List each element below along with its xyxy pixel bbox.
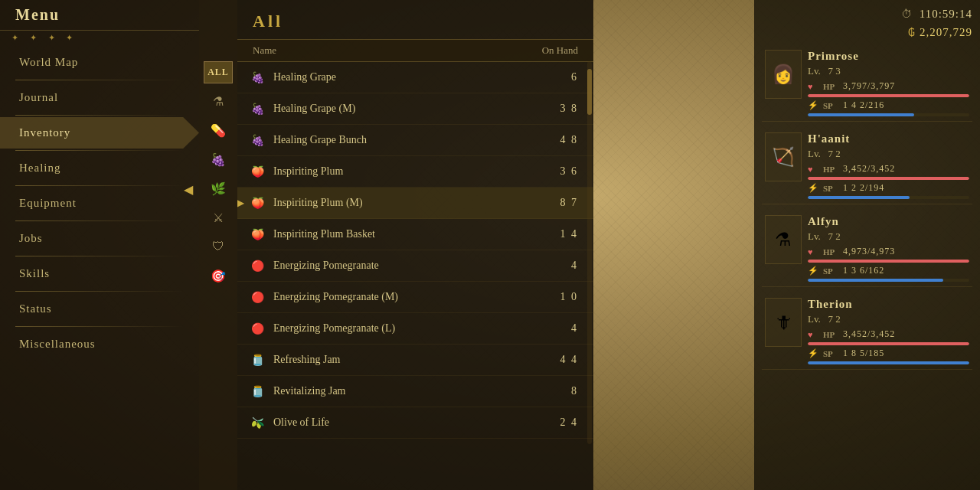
scrollbar[interactable] bbox=[587, 61, 592, 444]
nav-divider-5 bbox=[15, 256, 184, 256]
menu-title: Menu bbox=[0, 0, 199, 31]
hp-label-1: HP bbox=[823, 165, 838, 174]
sp-row-3: ⚡ SP 1 8 5/185 bbox=[808, 348, 969, 359]
hp-bar-container-1 bbox=[808, 177, 969, 180]
char-top-1: 🏹 H'aanit Lv. 7 2 ♥ HP 3,452/3,452 ⚡ SP bbox=[765, 132, 969, 199]
hp-bar-1 bbox=[808, 177, 969, 180]
all-filter-button[interactable]: ALL bbox=[204, 61, 233, 83]
hp-row-3: ♥ HP 3,452/3,452 bbox=[808, 328, 969, 340]
hp-row-0: ♥ HP 3,797/3,797 bbox=[808, 80, 969, 92]
category-icon-3[interactable]: 🌿 bbox=[207, 177, 230, 200]
hp-icon-0: ♥ bbox=[808, 82, 818, 91]
sp-values-2: 1 3 6/162 bbox=[843, 265, 969, 276]
nav-divider-7 bbox=[15, 326, 184, 327]
item-name: Energizing Pomegranate bbox=[273, 260, 547, 272]
item-name: Revitalizing Jam bbox=[273, 385, 547, 397]
item-count: 1 4 bbox=[547, 228, 578, 240]
sidebar-item-healing[interactable]: Healing bbox=[0, 152, 199, 184]
nav-divider-0 bbox=[15, 80, 184, 80]
gold-display: 2,207,729 bbox=[920, 26, 972, 39]
list-header: Name On Hand bbox=[237, 39, 593, 62]
sp-icon-0: ⚡ bbox=[808, 100, 818, 110]
item-name: Olive of Life bbox=[273, 416, 547, 429]
item-icon: 🍑 bbox=[249, 163, 266, 180]
item-count: 4 4 bbox=[547, 354, 578, 366]
item-row[interactable]: 🫙Revitalizing Jam8 bbox=[237, 376, 593, 407]
item-list-panel: All Name On Hand 🍇Healing Grape6🍇Healing… bbox=[237, 0, 593, 490]
sp-values-0: 1 4 2/216 bbox=[843, 100, 969, 111]
sp-bar-container-0 bbox=[808, 113, 969, 116]
sp-bar-3 bbox=[808, 361, 969, 364]
gold-row: ₲ 2,207,729 bbox=[762, 24, 972, 45]
sidebar-item-journal[interactable]: Journal bbox=[0, 82, 199, 113]
item-row[interactable]: 🔴Energizing Pomegranate4 bbox=[237, 250, 593, 282]
hp-icon-1: ♥ bbox=[808, 165, 818, 174]
sidebar-item-world-map[interactable]: World Map bbox=[0, 47, 199, 78]
item-name: Inspiriting Plum bbox=[273, 165, 547, 178]
sidebar-item-misc[interactable]: Miscellaneous bbox=[0, 328, 199, 360]
nav-divider-2 bbox=[15, 150, 184, 151]
timer-icon: ⏱ bbox=[901, 8, 912, 21]
item-count: 4 8 bbox=[547, 134, 578, 146]
sidebar-item-skills[interactable]: Skills bbox=[0, 258, 199, 289]
item-icon: 🔴 bbox=[249, 257, 266, 274]
category-icon-6[interactable]: 🎯 bbox=[207, 264, 230, 287]
sidebar-item-jobs[interactable]: Jobs bbox=[0, 223, 199, 254]
item-row[interactable]: 🍑Inspiriting Plum (M)8 7 bbox=[237, 188, 593, 219]
hp-icon-3: ♥ bbox=[808, 330, 818, 339]
item-icon: 🔴 bbox=[249, 320, 266, 337]
item-row[interactable]: 🫙Refreshing Jam4 4 bbox=[237, 345, 593, 376]
healing-arrow-indicator: ◀ bbox=[184, 182, 193, 197]
item-icon: 🍑 bbox=[249, 194, 266, 211]
sp-label-2: SP bbox=[823, 266, 838, 276]
char-info-2: Alfyn Lv. 7 2 ♥ HP 4,973/4,973 ⚡ SP 1 3 … bbox=[808, 215, 969, 282]
timer-display: 110:59:14 bbox=[920, 8, 972, 21]
sp-bar-2 bbox=[808, 279, 943, 282]
nav-divider-6 bbox=[15, 291, 184, 292]
char-sprite-1: 🏹 bbox=[765, 132, 802, 181]
category-icon-4[interactable]: ⚔ bbox=[207, 206, 230, 229]
char-info-1: H'aanit Lv. 7 2 ♥ HP 3,452/3,452 ⚡ SP 1 … bbox=[808, 132, 969, 199]
hp-bar-container-3 bbox=[808, 342, 969, 345]
hp-row-2: ♥ HP 4,973/4,973 bbox=[808, 246, 969, 257]
char-name-2: Alfyn bbox=[808, 215, 969, 228]
hp-label-2: HP bbox=[823, 247, 838, 256]
item-row[interactable]: 🍑Inspiriting Plum3 6 bbox=[237, 156, 593, 188]
item-icon: 🍇 bbox=[249, 100, 266, 117]
sp-bar-0 bbox=[808, 113, 914, 116]
category-icon-1[interactable]: 💊 bbox=[207, 119, 230, 142]
star-divider: ✦ ✦ ✦ ✦ bbox=[0, 31, 199, 45]
sp-values-3: 1 8 5/185 bbox=[843, 348, 969, 359]
char-level-0: Lv. 7 3 bbox=[808, 65, 969, 77]
sp-bar-1 bbox=[808, 196, 910, 199]
item-row[interactable]: 🍑Inspiriting Plum Basket1 4 bbox=[237, 219, 593, 250]
item-row[interactable]: 🫒Olive of Life2 4 bbox=[237, 407, 593, 439]
scroll-thumb[interactable] bbox=[587, 69, 592, 115]
item-name: Healing Grape (M) bbox=[273, 103, 547, 115]
sidebar-item-inventory[interactable]: Inventory bbox=[0, 117, 199, 149]
sidebar-item-status[interactable]: Status bbox=[0, 293, 199, 325]
sidebar-item-equipment[interactable]: Equipment bbox=[0, 188, 199, 219]
category-icon-0[interactable]: ⚗ bbox=[207, 90, 230, 113]
sp-bar-container-2 bbox=[808, 279, 969, 282]
sp-icon-2: ⚡ bbox=[808, 266, 818, 276]
category-icon-2[interactable]: 🍇 bbox=[207, 148, 230, 171]
nav-divider-3 bbox=[15, 185, 184, 186]
item-count: 8 7 bbox=[547, 197, 578, 209]
sp-bar-container-1 bbox=[808, 196, 969, 199]
sp-row-0: ⚡ SP 1 4 2/216 bbox=[808, 100, 969, 111]
item-count: 1 0 bbox=[547, 291, 578, 303]
item-row[interactable]: 🍇Healing Grape6 bbox=[237, 62, 593, 93]
item-name: Healing Grape bbox=[273, 71, 547, 83]
item-row[interactable]: 🔴Energizing Pomegranate (M)1 0 bbox=[237, 282, 593, 313]
item-count: 4 bbox=[547, 322, 578, 335]
nav-divider-4 bbox=[15, 220, 184, 221]
item-row[interactable]: 🍇Healing Grape Bunch4 8 bbox=[237, 125, 593, 156]
category-icon-5[interactable]: 🛡 bbox=[207, 235, 230, 258]
char-sprite-3: 🗡 bbox=[765, 298, 802, 347]
item-row[interactable]: 🔴Energizing Pomegranate (L)4 bbox=[237, 313, 593, 345]
char-top-2: ⚗ Alfyn Lv. 7 2 ♥ HP 4,973/4,973 ⚡ SP bbox=[765, 215, 969, 282]
item-list: 🍇Healing Grape6🍇Healing Grape (M)3 8🍇Hea… bbox=[237, 62, 593, 490]
item-row[interactable]: 🍇Healing Grape (M)3 8 bbox=[237, 93, 593, 125]
char-sprite-0: 👩 bbox=[765, 50, 802, 99]
